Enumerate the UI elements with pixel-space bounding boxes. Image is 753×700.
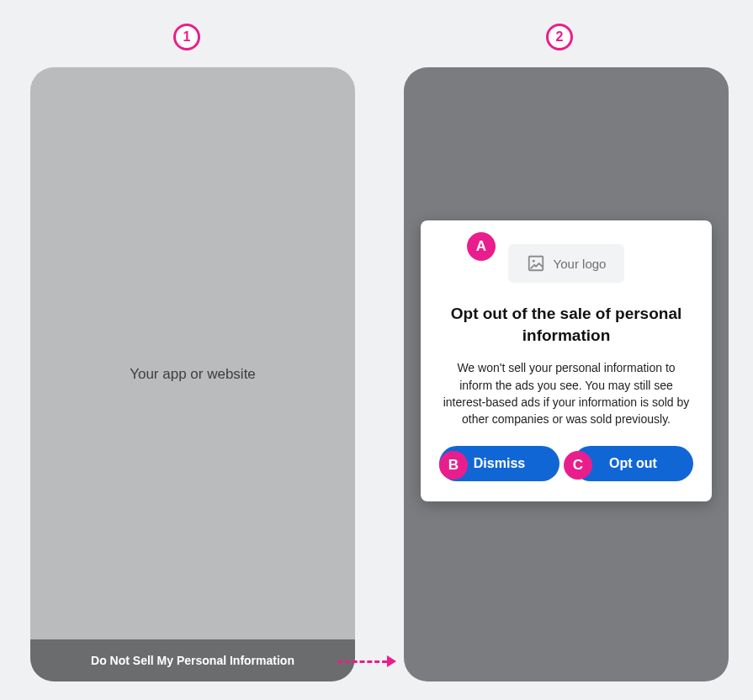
screen-1-body: Your app or website	[30, 67, 355, 681]
modal-body-text: We won't sell your personal information …	[439, 359, 693, 427]
arrow-line	[337, 660, 387, 663]
do-not-sell-link[interactable]: Do Not Sell My Personal Information	[91, 654, 294, 667]
annotation-b: B	[439, 451, 468, 480]
diagram-stage: 1 2 Your app or website Do Not Sell My P…	[0, 0, 753, 700]
app-placeholder-text: Your app or website	[130, 366, 256, 383]
logo-placeholder-text: Your logo	[554, 257, 607, 271]
annotation-a: A	[467, 232, 496, 261]
svg-point-1	[532, 260, 534, 262]
step-number: 1	[183, 29, 191, 45]
step-badge-2: 2	[546, 24, 573, 50]
image-placeholder-icon	[527, 254, 545, 273]
modal-title: Opt out of the sale of personal informat…	[439, 303, 693, 346]
flow-arrow	[337, 653, 396, 670]
arrow-head-icon	[387, 655, 396, 667]
screen-1: Your app or website Do Not Sell My Perso…	[30, 67, 355, 681]
logo-placeholder-slot: Your logo	[508, 244, 625, 283]
annotation-c: C	[564, 451, 592, 480]
annotation-label: B	[448, 457, 459, 474]
footer-bar[interactable]: Do Not Sell My Personal Information	[30, 639, 355, 681]
annotation-label: A	[476, 238, 486, 255]
step-number: 2	[556, 29, 564, 45]
annotation-label: C	[573, 457, 583, 474]
screen-2: A B C Your logo Opt out of the sale of p…	[404, 67, 729, 681]
step-badge-1: 1	[173, 24, 200, 50]
